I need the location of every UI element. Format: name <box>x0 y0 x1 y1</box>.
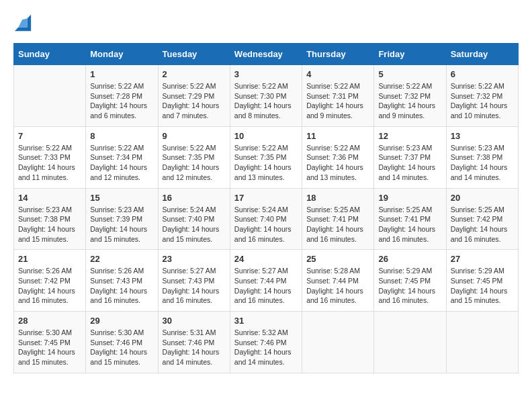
calendar-cell: 17Sunrise: 5:24 AMSunset: 7:40 PMDayligh… <box>230 188 302 250</box>
cell-info: Sunrise: 5:23 AMSunset: 7:37 PMDaylight:… <box>378 143 441 183</box>
day-number: 25 <box>306 254 369 264</box>
cell-info: Sunrise: 5:22 AMSunset: 7:36 PMDaylight:… <box>306 143 369 183</box>
day-number: 24 <box>234 254 298 264</box>
calendar-cell: 19Sunrise: 5:25 AMSunset: 7:41 PMDayligh… <box>374 188 446 250</box>
week-row-2: 7Sunrise: 5:22 AMSunset: 7:33 PMDaylight… <box>14 126 519 188</box>
day-number: 4 <box>306 69 369 79</box>
calendar-cell: 11Sunrise: 5:22 AMSunset: 7:36 PMDayligh… <box>302 126 374 188</box>
svg-marker-1 <box>18 18 27 27</box>
cell-info: Sunrise: 5:22 AMSunset: 7:32 PMDaylight:… <box>451 81 514 121</box>
calendar-cell: 20Sunrise: 5:25 AMSunset: 7:42 PMDayligh… <box>446 188 518 250</box>
calendar-cell: 6Sunrise: 5:22 AMSunset: 7:32 PMDaylight… <box>446 65 518 127</box>
calendar-cell: 27Sunrise: 5:29 AMSunset: 7:45 PMDayligh… <box>446 250 518 312</box>
day-number: 14 <box>18 193 81 203</box>
calendar-cell: 21Sunrise: 5:26 AMSunset: 7:42 PMDayligh… <box>14 250 86 312</box>
day-number: 17 <box>234 193 298 203</box>
calendar-cell: 26Sunrise: 5:29 AMSunset: 7:45 PMDayligh… <box>374 250 446 312</box>
calendar-cell: 9Sunrise: 5:22 AMSunset: 7:35 PMDaylight… <box>158 126 230 188</box>
cell-info: Sunrise: 5:29 AMSunset: 7:45 PMDaylight:… <box>378 266 441 306</box>
day-number: 8 <box>90 131 153 141</box>
cell-info: Sunrise: 5:22 AMSunset: 7:32 PMDaylight:… <box>378 81 441 121</box>
day-number: 16 <box>163 193 226 203</box>
cell-info: Sunrise: 5:22 AMSunset: 7:31 PMDaylight:… <box>306 81 369 121</box>
cell-info: Sunrise: 5:26 AMSunset: 7:43 PMDaylight:… <box>90 266 153 306</box>
cell-info: Sunrise: 5:23 AMSunset: 7:39 PMDaylight:… <box>90 205 153 244</box>
day-number: 28 <box>18 316 81 326</box>
calendar-cell: 23Sunrise: 5:27 AMSunset: 7:43 PMDayligh… <box>158 250 230 312</box>
day-number: 27 <box>451 254 514 264</box>
calendar-cell: 14Sunrise: 5:23 AMSunset: 7:38 PMDayligh… <box>14 188 86 250</box>
day-number: 19 <box>378 193 441 203</box>
day-number: 21 <box>18 254 81 264</box>
calendar-cell: 25Sunrise: 5:28 AMSunset: 7:44 PMDayligh… <box>302 250 374 312</box>
day-number: 30 <box>163 316 226 326</box>
calendar-cell: 31Sunrise: 5:32 AMSunset: 7:46 PMDayligh… <box>230 312 302 373</box>
cell-info: Sunrise: 5:22 AMSunset: 7:33 PMDaylight:… <box>18 143 81 183</box>
calendar-header-row: SundayMondayTuesdayWednesdayThursdayFrid… <box>14 44 519 65</box>
week-row-4: 21Sunrise: 5:26 AMSunset: 7:42 PMDayligh… <box>14 250 519 312</box>
calendar-cell: 24Sunrise: 5:27 AMSunset: 7:44 PMDayligh… <box>230 250 302 312</box>
cell-info: Sunrise: 5:25 AMSunset: 7:41 PMDaylight:… <box>378 205 441 244</box>
day-number: 23 <box>163 254 226 264</box>
cell-info: Sunrise: 5:22 AMSunset: 7:35 PMDaylight:… <box>163 143 226 183</box>
cell-info: Sunrise: 5:29 AMSunset: 7:45 PMDaylight:… <box>451 266 514 306</box>
calendar-cell: 29Sunrise: 5:30 AMSunset: 7:46 PMDayligh… <box>86 312 158 373</box>
calendar-cell: 7Sunrise: 5:22 AMSunset: 7:33 PMDaylight… <box>14 126 86 188</box>
calendar-cell: 2Sunrise: 5:22 AMSunset: 7:29 PMDaylight… <box>158 65 230 127</box>
day-number: 11 <box>306 131 369 141</box>
week-row-3: 14Sunrise: 5:23 AMSunset: 7:38 PMDayligh… <box>14 188 519 250</box>
week-row-5: 28Sunrise: 5:30 AMSunset: 7:45 PMDayligh… <box>14 312 519 373</box>
cell-info: Sunrise: 5:23 AMSunset: 7:38 PMDaylight:… <box>451 143 514 183</box>
cell-info: Sunrise: 5:24 AMSunset: 7:40 PMDaylight:… <box>234 205 298 244</box>
day-number: 9 <box>163 131 226 141</box>
day-number: 5 <box>378 69 441 79</box>
logo <box>13 13 35 32</box>
cell-info: Sunrise: 5:31 AMSunset: 7:46 PMDaylight:… <box>163 328 226 367</box>
cell-info: Sunrise: 5:27 AMSunset: 7:44 PMDaylight:… <box>234 266 298 306</box>
cell-info: Sunrise: 5:26 AMSunset: 7:42 PMDaylight:… <box>18 266 81 306</box>
col-header-sunday: Sunday <box>14 44 86 65</box>
logo-icon <box>13 13 32 32</box>
cell-info: Sunrise: 5:27 AMSunset: 7:43 PMDaylight:… <box>163 266 226 306</box>
week-row-1: 1Sunrise: 5:22 AMSunset: 7:28 PMDaylight… <box>14 65 519 127</box>
day-number: 12 <box>378 131 441 141</box>
day-number: 1 <box>90 69 153 79</box>
day-number: 2 <box>163 69 226 79</box>
page-header <box>13 13 519 32</box>
calendar-table: SundayMondayTuesdayWednesdayThursdayFrid… <box>13 43 519 373</box>
cell-info: Sunrise: 5:28 AMSunset: 7:44 PMDaylight:… <box>306 266 369 306</box>
calendar-cell: 15Sunrise: 5:23 AMSunset: 7:39 PMDayligh… <box>86 188 158 250</box>
calendar-cell: 28Sunrise: 5:30 AMSunset: 7:45 PMDayligh… <box>14 312 86 373</box>
cell-info: Sunrise: 5:22 AMSunset: 7:28 PMDaylight:… <box>90 81 153 121</box>
calendar-cell <box>302 312 374 373</box>
col-header-friday: Friday <box>374 44 446 65</box>
calendar-cell <box>374 312 446 373</box>
day-number: 22 <box>90 254 153 264</box>
day-number: 10 <box>234 131 298 141</box>
calendar-cell: 3Sunrise: 5:22 AMSunset: 7:30 PMDaylight… <box>230 65 302 127</box>
col-header-thursday: Thursday <box>302 44 374 65</box>
day-number: 13 <box>451 131 514 141</box>
calendar-cell: 13Sunrise: 5:23 AMSunset: 7:38 PMDayligh… <box>446 126 518 188</box>
cell-info: Sunrise: 5:25 AMSunset: 7:42 PMDaylight:… <box>451 205 514 244</box>
cell-info: Sunrise: 5:25 AMSunset: 7:41 PMDaylight:… <box>306 205 369 244</box>
col-header-wednesday: Wednesday <box>230 44 302 65</box>
cell-info: Sunrise: 5:24 AMSunset: 7:40 PMDaylight:… <box>163 205 226 244</box>
cell-info: Sunrise: 5:23 AMSunset: 7:38 PMDaylight:… <box>18 205 81 244</box>
calendar-cell: 4Sunrise: 5:22 AMSunset: 7:31 PMDaylight… <box>302 65 374 127</box>
cell-info: Sunrise: 5:22 AMSunset: 7:29 PMDaylight:… <box>163 81 226 121</box>
cell-info: Sunrise: 5:30 AMSunset: 7:46 PMDaylight:… <box>90 328 153 367</box>
calendar-cell: 1Sunrise: 5:22 AMSunset: 7:28 PMDaylight… <box>86 65 158 127</box>
day-number: 7 <box>18 131 81 141</box>
day-number: 18 <box>306 193 369 203</box>
calendar-cell: 18Sunrise: 5:25 AMSunset: 7:41 PMDayligh… <box>302 188 374 250</box>
col-header-tuesday: Tuesday <box>158 44 230 65</box>
cell-info: Sunrise: 5:30 AMSunset: 7:45 PMDaylight:… <box>18 328 81 367</box>
day-number: 20 <box>451 193 514 203</box>
day-number: 15 <box>90 193 153 203</box>
day-number: 29 <box>90 316 153 326</box>
cell-info: Sunrise: 5:22 AMSunset: 7:34 PMDaylight:… <box>90 143 153 183</box>
calendar-cell <box>446 312 518 373</box>
calendar-cell <box>14 65 86 127</box>
col-header-monday: Monday <box>86 44 158 65</box>
